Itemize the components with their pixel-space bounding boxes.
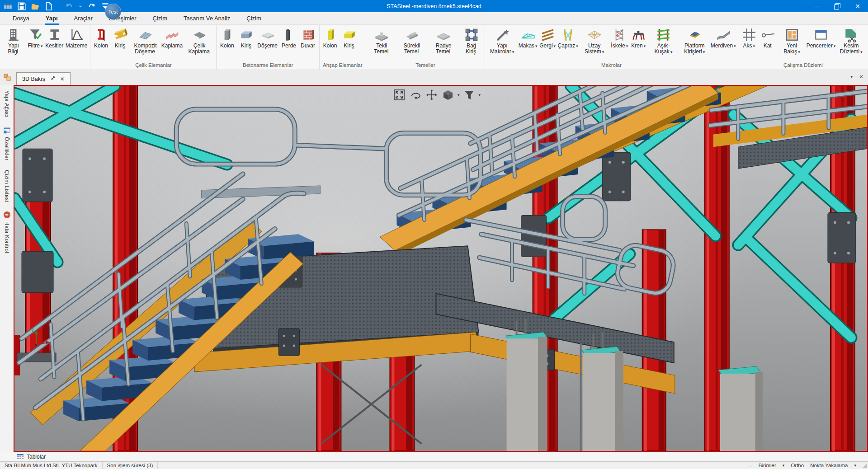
menu-tab-tasarim-ve-analiz[interactable]: Tasarım Ve Analiz bbox=[175, 12, 238, 24]
ortho-toggle[interactable]: Ortho bbox=[791, 463, 804, 468]
brick-wall-icon bbox=[301, 27, 316, 43]
beton-kolon-button[interactable]: Kolon bbox=[218, 26, 237, 49]
perde-button[interactable]: Perde bbox=[280, 26, 299, 49]
close-icon: ✕ bbox=[855, 3, 860, 9]
restore-icon bbox=[835, 4, 839, 9]
minimize-button[interactable] bbox=[806, 0, 826, 12]
kesim-duzlemi-button[interactable]: Kesim Düzlemi▾ bbox=[836, 26, 867, 55]
steel-column-icon bbox=[94, 27, 109, 43]
tab-list-dropdown-icon[interactable]: ▾ bbox=[850, 75, 853, 79]
sidebar-item-hata-kontrol[interactable]: Hata Kontrol bbox=[3, 208, 11, 253]
resize-grip[interactable] bbox=[863, 464, 867, 468]
menu-tab-araclar[interactable]: Araçlar bbox=[66, 12, 101, 24]
new-view-icon bbox=[784, 27, 800, 43]
tables-bar[interactable]: Tablolar bbox=[0, 452, 868, 461]
truss-icon bbox=[520, 27, 536, 43]
menu-tab-cizim-2[interactable]: Çizim bbox=[238, 12, 269, 24]
filter-icon bbox=[28, 27, 43, 43]
iskele-button[interactable]: İskele▾ bbox=[610, 26, 629, 49]
wand-icon bbox=[495, 27, 510, 43]
menu-tab-cizim[interactable]: Çizim bbox=[144, 12, 175, 24]
doctab-close-icon[interactable]: ✕ bbox=[60, 76, 65, 82]
ahsap-kolon-button[interactable]: Kolon bbox=[321, 26, 340, 49]
sidebar-item-yapi-agaci[interactable]: Yapı Ağacı bbox=[4, 88, 10, 117]
error-check-icon bbox=[3, 211, 11, 219]
beton-kiris-button[interactable]: Kiriş bbox=[237, 26, 256, 49]
uzay-sistem-button[interactable]: Uzay Sistem▾ bbox=[579, 26, 610, 55]
yapi-bilgi-button[interactable]: Yapı Bilgi bbox=[1, 26, 26, 55]
undo-button[interactable] bbox=[65, 2, 74, 11]
filtre-button[interactable]: Filtre▾ bbox=[26, 26, 45, 49]
view-cube-button[interactable] bbox=[441, 88, 455, 102]
gergi-button[interactable]: Gergi▾ bbox=[538, 26, 557, 49]
makas-button[interactable]: Makas▾ bbox=[518, 26, 538, 49]
kaplama-button[interactable]: Kaplama bbox=[161, 26, 184, 49]
orbit-button[interactable] bbox=[409, 88, 422, 102]
view-filter-dropdown-icon[interactable]: ▾ bbox=[479, 93, 481, 97]
celik-kaplama-button[interactable]: Çelik Kaplama bbox=[184, 26, 215, 55]
kompozit-doseme-button[interactable]: Kompozit Döşeme bbox=[130, 26, 160, 55]
cladding-icon bbox=[165, 27, 180, 43]
save-button[interactable] bbox=[17, 2, 26, 11]
svg-text:X: X bbox=[49, 344, 52, 349]
kesitler-button[interactable]: Kesitler bbox=[45, 26, 65, 49]
building-icon bbox=[6, 27, 21, 43]
crane-icon bbox=[631, 27, 646, 43]
section-icon bbox=[47, 27, 62, 43]
doctab-label: 3D Bakış bbox=[22, 76, 45, 82]
undo-dropdown-icon[interactable] bbox=[78, 2, 83, 11]
tables-icon bbox=[17, 454, 24, 460]
menu-tab-dosya[interactable]: Dosya bbox=[5, 12, 38, 24]
steel-beam-icon bbox=[113, 27, 128, 43]
celik-kolon-button[interactable]: Kolon bbox=[92, 26, 111, 49]
platform-beams-icon bbox=[687, 27, 702, 43]
celik-kiris-button[interactable]: Kiriş bbox=[111, 26, 130, 49]
bag-kiris-button[interactable]: Bağ Kiriş bbox=[459, 26, 483, 55]
close-button[interactable]: ✕ bbox=[847, 0, 868, 12]
platform-kirisleri-button[interactable]: Platform Kirişleri▾ bbox=[679, 26, 710, 55]
pan-button[interactable] bbox=[425, 88, 439, 102]
snap-dropdown-icon[interactable]: ▾ bbox=[854, 463, 856, 468]
radye-temel-button[interactable]: Radye Temel bbox=[428, 26, 459, 55]
shear-wall-icon bbox=[282, 27, 297, 43]
yeni-bakis-button[interactable]: Yeni Bakış▾ bbox=[778, 26, 807, 55]
kren-button[interactable]: Kren▾ bbox=[629, 26, 648, 49]
pin-icon[interactable] bbox=[50, 75, 56, 83]
sidebar-item-ozellikler[interactable]: Özellikler bbox=[3, 124, 11, 160]
left-panel-rail: Yapı Ağacı Özellikler Çizim Listesi Hata… bbox=[0, 85, 14, 452]
view-filter-button[interactable] bbox=[462, 88, 476, 102]
ahsap-kiris-button[interactable]: Kiriş bbox=[340, 26, 359, 49]
view-cascade-icon[interactable] bbox=[3, 73, 11, 81]
title-bar: STASteel -merdiven örnek5.steel4cad ✕ bbox=[0, 0, 868, 12]
status-dots: .. bbox=[749, 463, 752, 468]
tekil-temel-button[interactable]: Tekil Temel bbox=[368, 26, 396, 55]
units-dropdown-icon[interactable]: ▾ bbox=[783, 463, 785, 468]
snap-button[interactable]: Nokta Yakalama bbox=[810, 463, 848, 468]
tabbar-close-icon[interactable]: ✕ bbox=[859, 74, 863, 80]
malzeme-button[interactable]: Malzeme bbox=[65, 26, 89, 49]
asik-kusak-button[interactable]: Aşık-Kuşak▾ bbox=[648, 26, 679, 55]
capraz-button[interactable]: Çapraz▾ bbox=[557, 26, 579, 49]
yapi-makrolar-button[interactable]: Yapı Makrolar▾ bbox=[486, 26, 518, 55]
viewport-3d[interactable]: Y X ▾ ▾ bbox=[14, 85, 868, 452]
beton-doseme-button[interactable]: Döşeme bbox=[256, 26, 280, 49]
merdiven-button[interactable]: Merdiven▾ bbox=[710, 26, 736, 49]
ribbon-group-makrolar: Yapı Makrolar▾ Makas▾ Gergi▾ Çapraz▾ Uza… bbox=[485, 25, 738, 70]
ribbon-group-celik-elemanlar: Kolon Kiriş Kompozit Döşeme Kaplama Çeli… bbox=[90, 25, 217, 70]
aks-button[interactable]: Aks▾ bbox=[740, 26, 759, 49]
pencereler-button[interactable]: Pencereler▾ bbox=[806, 26, 835, 49]
restore-button[interactable] bbox=[826, 0, 847, 12]
view-cube-dropdown-icon[interactable]: ▾ bbox=[458, 93, 460, 97]
zoom-extents-button[interactable] bbox=[392, 88, 406, 102]
redo-button[interactable] bbox=[87, 2, 96, 11]
kat-button[interactable]: Kat bbox=[759, 26, 778, 49]
surekli-temel-button[interactable]: Sürekli Temel bbox=[396, 26, 428, 55]
raft-footing-icon bbox=[436, 27, 451, 43]
open-button[interactable] bbox=[31, 2, 40, 11]
duvar-button[interactable]: Duvar bbox=[299, 26, 318, 49]
menu-tab-yapi[interactable]: Yapı bbox=[38, 12, 66, 24]
new-document-button[interactable] bbox=[44, 2, 53, 11]
doctab-3d-bakis[interactable]: 3D Bakış ✕ bbox=[16, 72, 71, 85]
units-button[interactable]: Birimler bbox=[759, 463, 776, 468]
sidebar-item-cizim-listesi[interactable]: Çizim Listesi bbox=[4, 167, 10, 202]
